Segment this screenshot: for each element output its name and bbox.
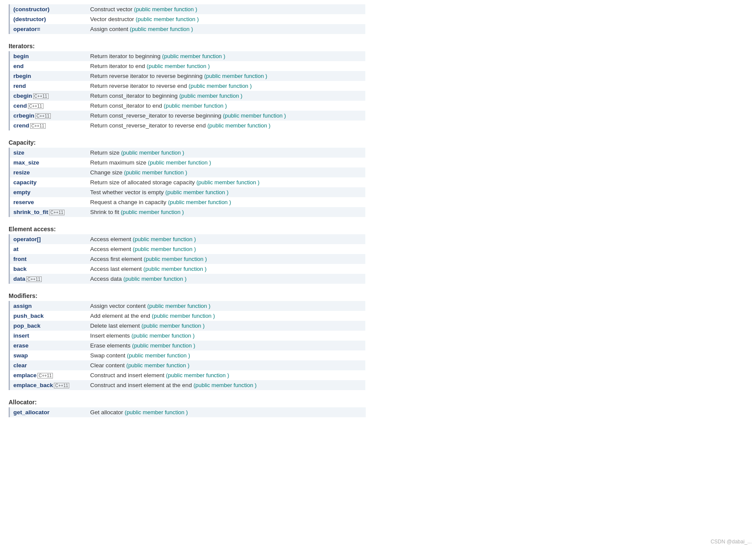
function-name[interactable]: emplaceC++11 — [9, 370, 87, 380]
function-type-link[interactable]: (public member function ) — [127, 352, 190, 359]
function-type-link[interactable]: (public member function ) — [194, 382, 257, 388]
function-link[interactable]: (constructor) — [13, 6, 49, 12]
function-link[interactable]: begin — [13, 53, 29, 59]
function-name[interactable]: (destructor) — [9, 14, 87, 24]
function-type-link[interactable]: (public member function ) — [143, 266, 207, 272]
function-link[interactable]: clear — [13, 362, 27, 369]
function-type-link[interactable]: (public member function ) — [166, 372, 229, 378]
function-type-link[interactable]: (public member function ) — [165, 189, 228, 195]
function-link[interactable]: reserve — [13, 199, 34, 205]
function-name[interactable]: erase — [9, 341, 87, 350]
function-type-link[interactable]: (public member function ) — [125, 409, 188, 416]
function-link[interactable]: max_size — [13, 159, 39, 166]
function-link[interactable]: cend — [13, 102, 27, 109]
function-name[interactable]: push_back — [9, 311, 87, 321]
function-link[interactable]: size — [13, 149, 25, 156]
function-type-link[interactable]: (public member function ) — [123, 276, 187, 282]
function-type-link[interactable]: (public member function ) — [179, 93, 243, 99]
function-link[interactable]: at — [13, 246, 19, 252]
function-name[interactable]: reserve — [9, 197, 87, 207]
function-name[interactable]: swap — [9, 350, 87, 360]
function-link[interactable]: crbegin — [13, 112, 34, 119]
table-row: sizeReturn size (public member function … — [9, 148, 365, 158]
function-type-link[interactable]: (public member function ) — [132, 342, 195, 349]
function-name[interactable]: empty — [9, 187, 87, 197]
function-link[interactable]: shrink_to_fit — [13, 209, 48, 215]
function-link[interactable]: swap — [13, 352, 28, 359]
function-name[interactable]: back — [9, 264, 87, 274]
function-link[interactable]: erase — [13, 342, 28, 349]
function-type-link[interactable]: (public member function ) — [133, 236, 196, 242]
function-name[interactable]: begin — [9, 51, 87, 61]
function-type-link[interactable]: (public member function ) — [204, 73, 267, 79]
function-name[interactable]: cendC++11 — [9, 101, 87, 111]
function-type-link[interactable]: (public member function ) — [136, 16, 199, 22]
function-link[interactable]: get_allocator — [13, 409, 49, 416]
function-name[interactable]: dataC++11 — [9, 274, 87, 284]
function-type-link[interactable]: (public member function ) — [121, 149, 185, 156]
function-name[interactable]: resize — [9, 167, 87, 177]
function-link[interactable]: resize — [13, 169, 30, 176]
function-name[interactable]: at — [9, 244, 87, 254]
function-name[interactable]: rbegin — [9, 71, 87, 81]
function-name[interactable]: cbeginC++11 — [9, 91, 87, 101]
function-link[interactable]: front — [13, 256, 27, 262]
function-type-link[interactable]: (public member function ) — [124, 169, 187, 176]
function-type-link[interactable]: (public member function ) — [188, 83, 252, 89]
function-name[interactable]: max_size — [9, 158, 87, 167]
function-link[interactable]: emplace_back — [13, 382, 53, 388]
function-name[interactable]: shrink_to_fitC++11 — [9, 207, 87, 217]
function-type-link[interactable]: (public member function ) — [152, 313, 215, 319]
function-link[interactable]: crend — [13, 122, 29, 129]
function-type-link[interactable]: (public member function ) — [164, 102, 227, 109]
function-link[interactable]: cbegin — [13, 93, 32, 99]
function-name[interactable]: assign — [9, 301, 87, 311]
function-type-link[interactable]: (public member function ) — [121, 209, 184, 215]
function-type-link[interactable]: (public member function ) — [162, 53, 225, 59]
function-type-link[interactable]: (public member function ) — [134, 6, 197, 12]
function-type-link[interactable]: (public member function ) — [142, 323, 205, 329]
function-name[interactable]: size — [9, 148, 87, 158]
function-name[interactable]: crendC++11 — [9, 121, 87, 130]
function-name[interactable]: capacity — [9, 177, 87, 187]
function-link[interactable]: emplace — [13, 372, 37, 378]
function-name[interactable]: rend — [9, 81, 87, 91]
function-link[interactable]: back — [13, 266, 27, 272]
function-link[interactable]: (destructor) — [13, 16, 46, 22]
function-type-link[interactable]: (public member function ) — [132, 332, 195, 339]
function-link[interactable]: capacity — [13, 179, 37, 186]
function-link[interactable]: pop_back — [13, 323, 40, 329]
function-link[interactable]: insert — [13, 332, 29, 339]
function-link[interactable]: push_back — [13, 313, 44, 319]
function-name[interactable]: pop_back — [9, 321, 87, 331]
function-link[interactable]: rbegin — [13, 73, 31, 79]
function-link[interactable]: assign — [13, 303, 32, 309]
function-name[interactable]: front — [9, 254, 87, 264]
function-name[interactable]: operator[] — [9, 234, 87, 244]
function-name[interactable]: insert — [9, 331, 87, 341]
function-name[interactable]: emplace_backC++11 — [9, 380, 87, 390]
function-type-link[interactable]: (public member function ) — [147, 303, 210, 309]
function-type-link[interactable]: (public member function ) — [196, 179, 259, 186]
function-type-link[interactable]: (public member function ) — [148, 159, 211, 166]
function-name[interactable]: crbeginC++11 — [9, 111, 87, 121]
function-type-link[interactable]: (public member function ) — [147, 63, 210, 69]
function-type-link[interactable]: (public member function ) — [130, 26, 193, 32]
function-type-link[interactable]: (public member function ) — [127, 362, 190, 369]
function-link[interactable]: operator[] — [13, 236, 41, 242]
function-name[interactable]: get_allocator — [9, 407, 87, 417]
function-type-link[interactable]: (public member function ) — [207, 122, 271, 129]
function-link[interactable]: rend — [13, 83, 26, 89]
function-type-link[interactable]: (public member function ) — [144, 256, 207, 262]
function-name[interactable]: end — [9, 61, 87, 71]
function-link[interactable]: operator= — [13, 26, 40, 32]
function-name[interactable]: operator= — [9, 24, 87, 34]
function-link[interactable]: data — [13, 276, 25, 282]
function-name[interactable]: clear — [9, 360, 87, 370]
function-link[interactable]: end — [13, 63, 24, 69]
function-type-link[interactable]: (public member function ) — [133, 246, 196, 252]
function-type-link[interactable]: (public member function ) — [168, 199, 231, 205]
function-link[interactable]: empty — [13, 189, 31, 195]
function-name[interactable]: (constructor) — [9, 4, 87, 14]
function-type-link[interactable]: (public member function ) — [223, 112, 286, 119]
